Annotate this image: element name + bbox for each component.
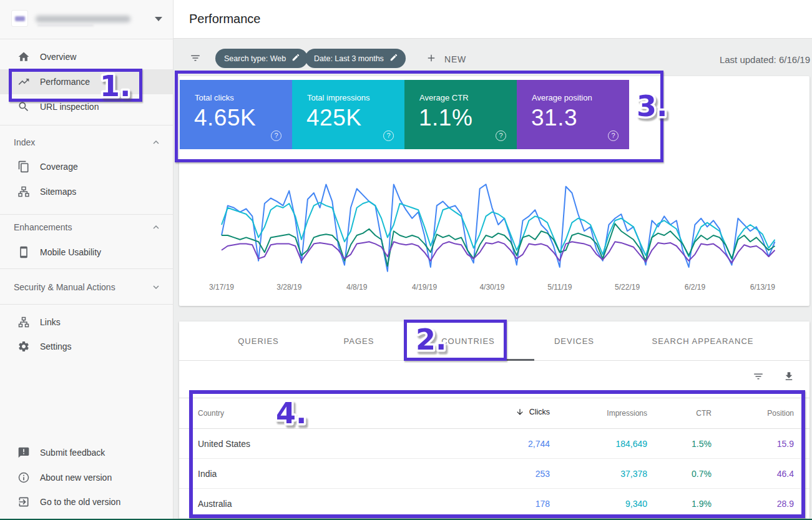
property-logo: [11, 10, 28, 27]
sidebar-item-label: Settings: [40, 341, 72, 351]
tab-devices[interactable]: DEVICES: [554, 336, 594, 346]
page-title: Performance: [189, 12, 261, 26]
x-axis-label: 6/2/19: [685, 283, 706, 292]
annotation-number-4: 4.: [271, 393, 321, 433]
tab-pages[interactable]: PAGES: [344, 336, 374, 346]
sidebar-item-label: URL inspection: [40, 102, 99, 112]
sidebar-section-index[interactable]: Index: [0, 130, 173, 155]
filter-icon[interactable]: [190, 52, 201, 66]
caret-down-icon[interactable]: [155, 17, 162, 21]
sidebar-item-mobile-usability[interactable]: Mobile Usability: [0, 240, 173, 265]
annotation-number-2: 2.: [411, 320, 461, 360]
sidebar-item-links[interactable]: Links: [0, 310, 173, 335]
annotation-box-3: [175, 71, 663, 162]
tab-queries[interactable]: QUERIES: [238, 336, 279, 346]
sidebar-item-label: Submit feedback: [40, 448, 105, 458]
gear-icon: [17, 340, 30, 353]
sidebar-item-go-to-old-version[interactable]: Go to the old version: [0, 489, 173, 514]
chevron-down-icon[interactable]: [150, 282, 162, 293]
sidebar-item-label: Coverage: [40, 162, 78, 172]
edit-icon: [389, 53, 398, 64]
chevron-up-icon[interactable]: [150, 137, 162, 148]
sidebar-item-coverage[interactable]: Coverage: [0, 154, 173, 179]
chevron-up-icon[interactable]: [150, 222, 162, 233]
exit-icon: [17, 496, 30, 508]
pages-icon: [17, 160, 30, 173]
feedback-icon: [17, 446, 30, 459]
page-header: Performance: [174, 0, 812, 39]
svg-text:2.: 2.: [416, 323, 446, 356]
x-axis-label: 4/19/19: [412, 283, 437, 292]
sitemap-icon: [17, 185, 30, 198]
performance-line-chart[interactable]: 3/17/193/28/194/8/194/19/194/30/195/11/1…: [179, 150, 810, 306]
sidebar-item-label: Go to the old version: [40, 497, 120, 507]
edit-icon: [291, 53, 300, 64]
home-icon: [17, 51, 30, 63]
x-axis-label: 3/17/19: [209, 283, 234, 292]
date-chip[interactable]: Date: Last 3 months: [305, 49, 406, 68]
sidebar-item-label: About new version: [40, 473, 112, 483]
sidebar-item-label: Mobile Usability: [40, 247, 101, 257]
sidebar-item-label: Sitemaps: [40, 187, 76, 197]
new-filter-button[interactable]: NEW: [426, 52, 466, 66]
annotation-number-3: 3.: [632, 86, 682, 126]
svg-text:1.: 1.: [100, 69, 130, 103]
sidebar-item-about-new-version[interactable]: About new version: [0, 465, 173, 490]
last-updated-label: Last updated: 6/16/19: [720, 54, 810, 65]
search-icon: [17, 101, 30, 113]
annotation-number-1: 1.: [95, 67, 145, 106]
sidebar-item-label: Overview: [40, 52, 76, 62]
x-axis-label: 5/11/19: [547, 283, 572, 292]
svg-text:4.: 4.: [276, 396, 306, 430]
x-axis-label: 4/8/19: [346, 283, 368, 292]
sidebar-item-label: Links: [40, 317, 61, 327]
x-axis-label: 4/30/19: [479, 283, 504, 292]
tab-search-appearance[interactable]: SEARCH APPEARANCE: [652, 336, 754, 346]
x-axis-label: 5/22/19: [615, 283, 640, 292]
sidebar-item-overview[interactable]: Overview: [0, 44, 173, 69]
sidebar-section-enhancements[interactable]: Enhancements: [0, 215, 173, 240]
smartphone-icon: [17, 246, 30, 258]
sidebar-section-security[interactable]: Security & Manual Actions: [0, 275, 173, 300]
svg-text:3.: 3.: [637, 89, 667, 123]
links-icon: [17, 316, 30, 328]
table-filter-icon[interactable]: [753, 371, 764, 382]
sidebar-item-settings[interactable]: Settings: [0, 334, 173, 359]
download-icon[interactable]: [783, 371, 795, 382]
search-type-chip[interactable]: Search type: Web: [215, 49, 308, 68]
plus-icon: [426, 52, 437, 66]
x-axis-label: 6/13/19: [750, 283, 775, 292]
x-axis-label: 3/28/19: [276, 283, 301, 292]
sidebar-item-submit-feedback[interactable]: Submit feedback: [0, 440, 173, 465]
property-domain-blurred: [36, 16, 130, 22]
info-icon: [17, 471, 30, 484]
sidebar-item-sitemaps[interactable]: Sitemaps: [0, 179, 173, 204]
